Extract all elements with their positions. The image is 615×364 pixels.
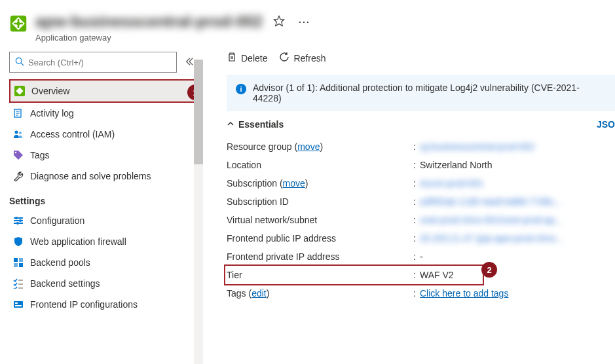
svg-point-20 bbox=[16, 222, 19, 225]
essentials-value: Switzerland North bbox=[420, 160, 615, 170]
sidebar-item-label: Frontend IP configurations bbox=[30, 299, 138, 310]
sidebar-item-backend-pools[interactable]: Backend pools bbox=[9, 252, 198, 273]
sidebar: Overview 1 Activity log Access control (… bbox=[0, 48, 203, 364]
essentials-header[interactable]: Essentials JSO bbox=[227, 119, 615, 130]
sidebar-item-tags[interactable]: Tags bbox=[9, 145, 198, 166]
essentials-label: Location bbox=[227, 160, 413, 170]
svg-rect-24 bbox=[19, 263, 23, 267]
pool-icon bbox=[13, 257, 24, 268]
app-gateway-icon bbox=[9, 14, 28, 33]
svg-rect-23 bbox=[14, 263, 18, 267]
essentials-value[interactable]: Azure-prod-001 bbox=[420, 178, 615, 189]
search-input[interactable] bbox=[28, 58, 171, 67]
essentials-label: Frontend private IP address bbox=[227, 251, 413, 262]
label-action-link[interactable]: move bbox=[283, 178, 305, 189]
svg-point-12 bbox=[15, 131, 18, 134]
favorite-button[interactable] bbox=[270, 12, 288, 31]
sidebar-item-label: Overview bbox=[31, 86, 69, 96]
essentials-label: Subscription ID bbox=[227, 196, 413, 207]
essentials-label: Tier bbox=[227, 270, 413, 280]
sidebar-item-activity-log[interactable]: Activity log bbox=[9, 103, 198, 124]
sliders-icon bbox=[13, 215, 24, 226]
essentials-label: Resource group (move) bbox=[227, 141, 413, 152]
resource-title: apw-businesscentral-prod-002 bbox=[35, 12, 263, 31]
svg-point-19 bbox=[19, 219, 22, 222]
people-icon bbox=[13, 129, 24, 139]
log-icon bbox=[13, 108, 24, 118]
essentials-value[interactable]: Click here to add tags bbox=[420, 288, 615, 299]
sidebar-item-configuration[interactable]: Configuration bbox=[9, 210, 198, 231]
sidebar-scrollbar[interactable] bbox=[194, 60, 203, 364]
essentials-row: Resource group (move):rg-businesscentral… bbox=[227, 137, 615, 156]
essentials-row: Virtual network/subnet:vnet-prod-chno-00… bbox=[227, 211, 615, 229]
svg-rect-21 bbox=[14, 258, 18, 262]
sidebar-item-label: Backend settings bbox=[30, 278, 100, 289]
svg-point-14 bbox=[15, 152, 16, 153]
essentials-row: Frontend private IP address:- bbox=[227, 247, 615, 266]
label-action-link[interactable]: edit bbox=[252, 288, 267, 299]
sidebar-item-diagnose[interactable]: Diagnose and solve problems bbox=[9, 166, 198, 187]
svg-point-13 bbox=[19, 132, 22, 134]
svg-point-4 bbox=[16, 58, 22, 64]
essentials-row: Location:Switzerland North bbox=[227, 156, 615, 174]
json-view-link[interactable]: JSO bbox=[597, 119, 615, 130]
page-header: apw-businesscentral-prod-002 ⋯ Applicati… bbox=[0, 0, 615, 48]
essentials-row: Tags (edit):Click here to add tags bbox=[227, 284, 615, 302]
more-button[interactable]: ⋯ bbox=[295, 12, 314, 31]
sidebar-item-frontend-ip[interactable]: Frontend IP configurations bbox=[9, 294, 198, 315]
settings-section-header: Settings bbox=[9, 187, 198, 210]
value-link[interactable]: Click here to add tags bbox=[420, 288, 508, 299]
essentials-label: Subscription (move) bbox=[227, 178, 413, 189]
sidebar-item-label: Diagnose and solve problems bbox=[30, 171, 151, 181]
essentials-row: Frontend public IP address:20.203.21.47 … bbox=[227, 229, 615, 247]
essentials-value[interactable]: vnet-prod-chno-001/snet-prod-ap... bbox=[420, 215, 615, 225]
callout-badge: 2 bbox=[481, 262, 497, 278]
sidebar-item-backend-settings[interactable]: Backend settings bbox=[9, 273, 198, 294]
svg-point-2 bbox=[16, 22, 20, 25]
sidebar-item-label: Access control (IAM) bbox=[30, 129, 115, 139]
advisor-banner[interactable]: i Advisor (1 of 1): Additional protectio… bbox=[227, 75, 615, 111]
advisor-text: Advisor (1 of 1): Additional protection … bbox=[253, 82, 606, 103]
resource-type: Application gateway bbox=[35, 33, 615, 43]
shield-icon bbox=[13, 236, 24, 247]
essentials-value[interactable]: a3f0f2ab-11d0-4ae8-bd88-77d9c... bbox=[420, 196, 615, 207]
info-icon: i bbox=[236, 84, 246, 94]
svg-point-18 bbox=[15, 217, 18, 219]
toolbar: Delete Refresh bbox=[227, 52, 615, 64]
tag-icon bbox=[13, 150, 24, 160]
svg-rect-29 bbox=[15, 302, 18, 304]
sidebar-item-overview[interactable]: Overview 1 bbox=[9, 79, 198, 103]
sidebar-item-label: Backend pools bbox=[30, 257, 90, 268]
ip-icon bbox=[13, 299, 24, 310]
refresh-icon bbox=[279, 52, 289, 64]
essentials-value[interactable]: 20.203.21.47 (pip-apw-prod-chno... bbox=[420, 233, 615, 244]
sidebar-item-access-control[interactable]: Access control (IAM) bbox=[9, 124, 198, 145]
essentials-value: - bbox=[420, 251, 615, 262]
essentials-label: Frontend public IP address bbox=[227, 233, 413, 244]
sidebar-item-label: Activity log bbox=[30, 108, 74, 118]
svg-rect-28 bbox=[14, 301, 23, 308]
essentials-label: Tags (edit) bbox=[227, 288, 413, 299]
refresh-button[interactable]: Refresh bbox=[279, 52, 326, 64]
sidebar-item-label: Configuration bbox=[30, 215, 84, 226]
delete-button[interactable]: Delete bbox=[227, 52, 267, 64]
sidebar-item-label: Web application firewall bbox=[30, 236, 126, 247]
checklist-icon bbox=[13, 278, 24, 289]
search-box[interactable] bbox=[9, 52, 177, 73]
sidebar-item-label: Tags bbox=[30, 150, 50, 160]
chevron-up-icon bbox=[227, 119, 234, 130]
essentials-row: Subscription (move):Azure-prod-001 bbox=[227, 174, 615, 192]
essentials-value[interactable]: rg-businesscentral-prod-002 bbox=[420, 141, 615, 152]
essentials-label: Virtual network/subnet bbox=[227, 215, 413, 225]
svg-rect-30 bbox=[15, 305, 22, 306]
search-icon bbox=[15, 57, 24, 68]
essentials-row: Subscription ID:a3f0f2ab-11d0-4ae8-bd88-… bbox=[227, 192, 615, 211]
sidebar-item-waf[interactable]: Web application firewall bbox=[9, 231, 198, 252]
svg-line-5 bbox=[21, 63, 24, 65]
wrench-icon bbox=[13, 171, 24, 181]
app-gateway-icon bbox=[14, 86, 25, 96]
essentials-value: WAF V2 bbox=[420, 270, 615, 280]
trash-icon bbox=[227, 52, 237, 64]
essentials-row: Tier:WAF V22 bbox=[227, 266, 615, 284]
label-action-link[interactable]: move bbox=[297, 141, 320, 152]
